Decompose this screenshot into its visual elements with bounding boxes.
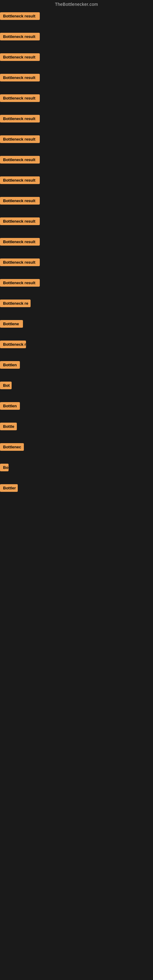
bottleneck-result-badge[interactable]: Bottleneck result bbox=[0, 33, 40, 40]
list-item: Bottleneck result bbox=[0, 133, 153, 153]
list-item: Bot bbox=[0, 379, 153, 400]
list-item: Bottleneck re bbox=[0, 297, 153, 318]
bottleneck-result-badge[interactable]: Bottleneck result bbox=[0, 279, 40, 286]
list-item: Bottlen bbox=[0, 359, 153, 379]
bottleneck-result-badge[interactable]: Bottleneck result bbox=[0, 135, 40, 143]
list-item: Bottleneck result bbox=[0, 72, 153, 92]
list-item: Bottleneck result bbox=[0, 153, 153, 174]
list-item: Bottleneck result bbox=[0, 194, 153, 215]
bottleneck-result-badge[interactable]: Bottlene bbox=[0, 320, 23, 328]
list-item: Bottlen bbox=[0, 400, 153, 420]
list-item: Bottleneck result bbox=[0, 174, 153, 194]
list-item: Bottleneck result bbox=[0, 92, 153, 112]
bottleneck-result-badge[interactable]: Bot bbox=[0, 382, 12, 389]
bottleneck-result-badge[interactable]: Bottle bbox=[0, 423, 17, 430]
site-title: TheBottlenecker.com bbox=[0, 0, 153, 10]
list-item: Bottleneck result bbox=[0, 256, 153, 277]
list-item: Bottleneck r bbox=[0, 338, 153, 359]
bottleneck-result-badge[interactable]: Bottleneck result bbox=[0, 74, 40, 81]
list-item: Bo bbox=[0, 461, 153, 482]
bottleneck-result-badge[interactable]: Bottlen bbox=[0, 361, 20, 369]
bottleneck-result-badge[interactable]: Bottleneck result bbox=[0, 53, 40, 61]
bottleneck-result-badge[interactable]: Bottleneck r bbox=[0, 340, 26, 348]
bottleneck-result-badge[interactable]: Bottler bbox=[0, 484, 18, 492]
list-item: Bottle bbox=[0, 420, 153, 441]
bottleneck-result-badge[interactable]: Bottleneck result bbox=[0, 12, 40, 20]
bottleneck-result-badge[interactable]: Bottleneck result bbox=[0, 115, 40, 123]
list-item: Bottleneck result bbox=[0, 235, 153, 256]
list-item: Bottleneck result bbox=[0, 10, 153, 30]
list-item: Bottleneck result bbox=[0, 277, 153, 297]
bottleneck-result-badge[interactable]: Bottleneck result bbox=[0, 258, 40, 266]
bottleneck-result-badge[interactable]: Bottleneck result bbox=[0, 94, 40, 102]
bottleneck-result-badge[interactable]: Bottlen bbox=[0, 402, 20, 410]
list-item: Bottlene bbox=[0, 318, 153, 338]
bottleneck-result-badge[interactable]: Bottleneck result bbox=[0, 156, 40, 164]
bottleneck-result-badge[interactable]: Bottleneck result bbox=[0, 218, 40, 225]
bottleneck-result-badge[interactable]: Bottlenec bbox=[0, 443, 24, 451]
list-item: Bottler bbox=[0, 482, 153, 502]
bottleneck-result-badge[interactable]: Bottleneck re bbox=[0, 299, 30, 307]
bottleneck-result-badge[interactable]: Bo bbox=[0, 464, 9, 471]
bottleneck-result-badge[interactable]: Bottleneck result bbox=[0, 177, 40, 184]
list-item: Bottleneck result bbox=[0, 51, 153, 72]
bottleneck-result-badge[interactable]: Bottleneck result bbox=[0, 238, 40, 246]
list-item: Bottlenec bbox=[0, 441, 153, 461]
list-item: Bottleneck result bbox=[0, 112, 153, 133]
bottleneck-result-badge[interactable]: Bottleneck result bbox=[0, 197, 40, 205]
list-item: Bottleneck result bbox=[0, 30, 153, 51]
list-item: Bottleneck result bbox=[0, 215, 153, 235]
